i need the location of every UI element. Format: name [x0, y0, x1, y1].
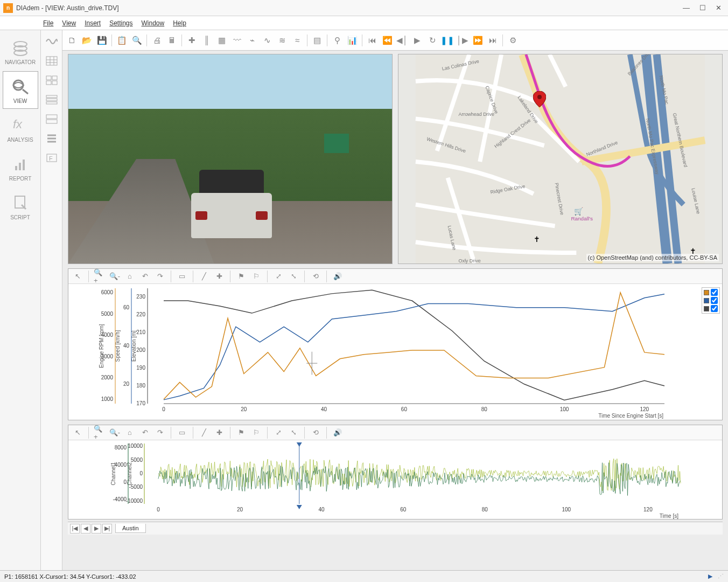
tb-find-icon[interactable]: 🔍: [130, 33, 144, 47]
legend-cb-elev[interactable]: [711, 305, 718, 312]
tb-options-icon[interactable]: ⚙: [506, 33, 520, 47]
tb-step-back-icon[interactable]: ◀│: [395, 33, 409, 47]
ct-ruler2-icon[interactable]: ⤡: [288, 271, 299, 282]
ct-zoom-out-icon[interactable]: 🔍-: [109, 271, 121, 282]
tb-stats-icon[interactable]: ⚲: [330, 33, 344, 47]
tb-chart-icon[interactable]: 📊: [345, 33, 359, 47]
tb-curve5-icon[interactable]: ≈: [290, 33, 304, 47]
nav-view[interactable]: VIEW: [3, 71, 38, 109]
tb-open-icon[interactable]: 📂: [80, 33, 94, 47]
tb-parallel-icon[interactable]: ║: [200, 33, 214, 47]
nav-analysis[interactable]: fx ANALYSIS: [3, 110, 38, 148]
legend-cb-speed[interactable]: [711, 297, 718, 304]
ct-redo-zoom-icon[interactable]: ↷: [154, 271, 166, 282]
ct-zoom-out-icon[interactable]: 🔍-: [109, 427, 121, 439]
tb-step-fwd-icon[interactable]: │▶: [456, 33, 470, 47]
ct-flag-icon[interactable]: ⚑: [235, 271, 247, 282]
menu-help[interactable]: Help: [173, 19, 186, 27]
nav-report[interactable]: REPORT: [3, 149, 38, 186]
ct-crosshair-icon[interactable]: ✚: [213, 271, 225, 282]
menu-insert[interactable]: Insert: [85, 19, 101, 27]
chart1-body[interactable]: 170180190200210220230Elevation [m]204060…: [68, 284, 722, 420]
sheet-last-icon[interactable]: ▶|: [102, 524, 112, 534]
tb-curve2-icon[interactable]: ⌁: [245, 33, 259, 47]
ct-sound-icon[interactable]: 🔊: [332, 271, 344, 282]
tb-pause-icon[interactable]: ❚❚: [440, 33, 454, 47]
ct-flag2-icon[interactable]: ⚐: [250, 427, 262, 439]
tb-props-icon[interactable]: 📋: [115, 33, 129, 47]
tb-fast-fwd-icon[interactable]: ⏩: [471, 33, 485, 47]
tb-table-icon[interactable]: ▤: [310, 33, 324, 47]
tool-stack-icon[interactable]: [44, 92, 60, 108]
tool-bars-icon[interactable]: [44, 130, 60, 147]
tb-grid-icon[interactable]: ▦: [215, 33, 229, 47]
maximize-button[interactable]: ☐: [699, 4, 706, 12]
ct-crosshair-icon[interactable]: ✚: [213, 427, 225, 439]
ct-box-icon[interactable]: ▭: [176, 271, 188, 282]
svg-text:120: 120: [643, 507, 653, 512]
ct-zoom-in-icon[interactable]: 🔍+: [94, 427, 106, 439]
status-resize-grip-icon[interactable]: ⋰: [718, 573, 724, 580]
nav-navigator[interactable]: NAVIGATOR: [3, 32, 38, 70]
sheet-prev-icon[interactable]: ◀: [81, 524, 90, 534]
ct-cursor-icon[interactable]: ↖: [72, 271, 83, 282]
tb-play-icon[interactable]: ▶: [410, 33, 424, 47]
ct-ruler-icon[interactable]: ⤢: [272, 427, 284, 439]
status-bar: P1: 1658161 X-Cursor1: 34.54 Y-Cursor1: …: [0, 570, 728, 582]
ct-ruler2-icon[interactable]: ⤡: [288, 427, 299, 439]
ct-sync-icon[interactable]: ⟲: [310, 271, 321, 282]
tb-new-icon[interactable]: 🗋: [65, 33, 79, 47]
tb-rewind-icon[interactable]: ⏪: [380, 33, 394, 47]
video-panel[interactable]: [68, 54, 393, 264]
chart1-panel: ↖🔍+🔍-⌂↶↷▭╱✚⚑⚐⤢⤡⟲🔊 170180190200210220230E…: [68, 268, 723, 420]
menu-settings[interactable]: Settings: [109, 19, 132, 27]
ct-ruler-icon[interactable]: ⤢: [272, 271, 284, 282]
ct-cursor-icon[interactable]: ↖: [72, 427, 83, 439]
ct-box-icon[interactable]: ▭: [176, 427, 188, 439]
ct-sound-icon[interactable]: 🔊: [332, 427, 344, 439]
svg-text:4000: 4000: [115, 462, 127, 468]
tb-skip-last-icon[interactable]: ⏭: [486, 33, 500, 47]
ct-flag2-icon[interactable]: ⚐: [250, 271, 262, 282]
svg-text:60: 60: [401, 406, 408, 412]
tb-skip-first-icon[interactable]: ⏮: [365, 33, 379, 47]
tool-split-icon[interactable]: [44, 111, 60, 127]
tb-cursor-cross-icon[interactable]: ✚: [185, 33, 199, 47]
ct-redo-zoom-icon[interactable]: ↷: [154, 427, 166, 439]
tool-film-icon[interactable]: F: [44, 150, 60, 166]
tb-curve1-icon[interactable]: 〰: [230, 33, 244, 47]
ct-sync-icon[interactable]: ⟲: [310, 427, 321, 439]
map-panel[interactable]: Las Colinas Drive Lakeland Drive Caprice…: [398, 54, 723, 264]
ct-line-icon[interactable]: ╱: [198, 427, 210, 439]
legend-cb-rpm[interactable]: [711, 289, 718, 296]
tool-wave-icon[interactable]: [44, 33, 60, 50]
close-button[interactable]: ✕: [716, 4, 722, 12]
sheet-next-icon[interactable]: ▶: [92, 524, 101, 534]
ct-home-icon[interactable]: ⌂: [124, 427, 136, 439]
chart1-legend[interactable]: [702, 287, 720, 314]
minimize-button[interactable]: —: [683, 4, 690, 12]
tb-curve4-icon[interactable]: ≋: [275, 33, 289, 47]
tb-curve3-icon[interactable]: ∿: [260, 33, 274, 47]
nav-script[interactable]: SCRIPT: [3, 188, 38, 225]
menu-bar: File View Insert Settings Window Help: [0, 16, 728, 30]
ct-flag-icon[interactable]: ⚑: [235, 427, 247, 439]
sheet-first-icon[interactable]: |◀: [70, 524, 80, 534]
tb-loop-icon[interactable]: ↻: [425, 33, 439, 47]
tb-calc-icon[interactable]: 🖩: [165, 33, 179, 47]
menu-file[interactable]: File: [43, 19, 53, 27]
menu-window[interactable]: Window: [142, 19, 165, 27]
sheet-tab[interactable]: Austin: [115, 524, 146, 533]
tool-table-icon[interactable]: [44, 53, 60, 69]
ct-undo-zoom-icon[interactable]: ↶: [139, 427, 151, 439]
status-play-icon[interactable]: ▶: [708, 573, 712, 580]
tb-save-icon[interactable]: 💾: [95, 33, 109, 47]
ct-zoom-in-icon[interactable]: 🔍+: [94, 271, 106, 282]
tool-grid-icon[interactable]: [44, 72, 60, 88]
chart2-body[interactable]: -10000-50000500010000Channel2-4000040008…: [68, 440, 722, 519]
ct-line-icon[interactable]: ╱: [198, 271, 210, 282]
ct-home-icon[interactable]: ⌂: [124, 271, 136, 282]
menu-view[interactable]: View: [62, 19, 76, 27]
tb-print-icon[interactable]: 🖨: [150, 33, 164, 47]
ct-undo-zoom-icon[interactable]: ↶: [139, 271, 151, 282]
